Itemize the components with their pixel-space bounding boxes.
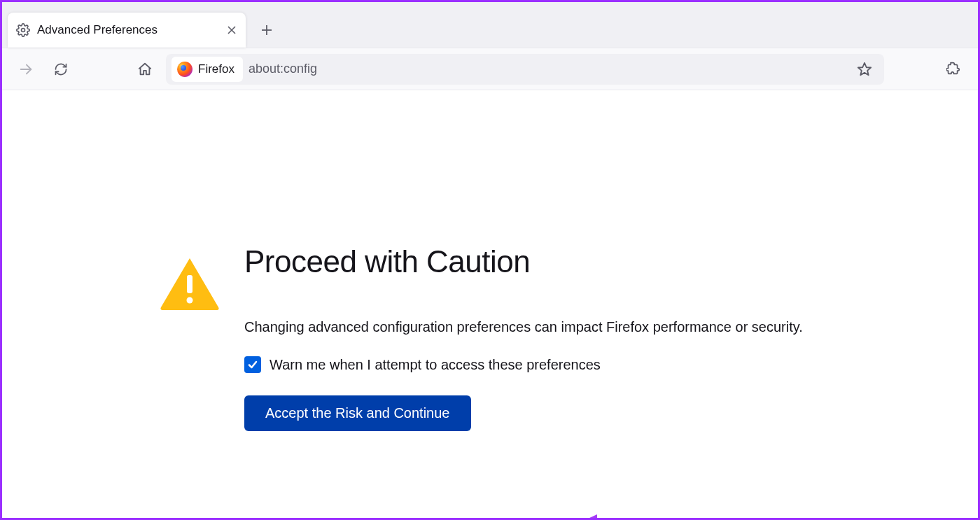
caution-description: Changing advanced configuration preferen… [244,317,895,337]
svg-rect-7 [187,275,192,293]
checkbox-icon[interactable] [244,356,261,373]
forward-button[interactable] [12,55,40,83]
accept-risk-button[interactable]: Accept the Risk and Continue [244,395,471,431]
warning-triangle-icon [160,257,220,310]
warn-checkbox-row[interactable]: Warn me when I attempt to access these p… [244,356,895,373]
svg-point-8 [187,297,193,304]
page-content: Proceed with Caution Changing advanced c… [2,90,978,431]
firefox-logo-icon [177,62,192,77]
identity-label: Firefox [198,62,234,76]
svg-marker-9 [548,514,884,520]
navigation-toolbar: Firefox about:config [2,48,978,90]
svg-point-0 [22,29,25,32]
home-button[interactable] [131,55,159,83]
url-text: about:config [248,62,845,76]
identity-box[interactable]: Firefox [172,57,243,82]
new-tab-button[interactable] [253,16,281,44]
bookmark-star-icon[interactable] [850,55,878,83]
tab-advanced-preferences[interactable]: Advanced Preferences [8,13,246,48]
tab-title: Advanced Preferences [37,23,219,37]
checkbox-label: Warn me when I attempt to access these p… [270,357,601,373]
url-bar[interactable]: Firefox about:config [166,54,884,85]
tab-strip: Advanced Preferences [2,2,978,48]
gear-icon [16,23,30,37]
annotation-arrow-icon [548,509,891,520]
reload-button[interactable] [47,55,75,83]
close-tab-icon[interactable] [226,24,237,36]
extensions-icon[interactable] [940,55,968,83]
svg-marker-6 [858,62,871,74]
caution-heading: Proceed with Caution [244,244,895,279]
